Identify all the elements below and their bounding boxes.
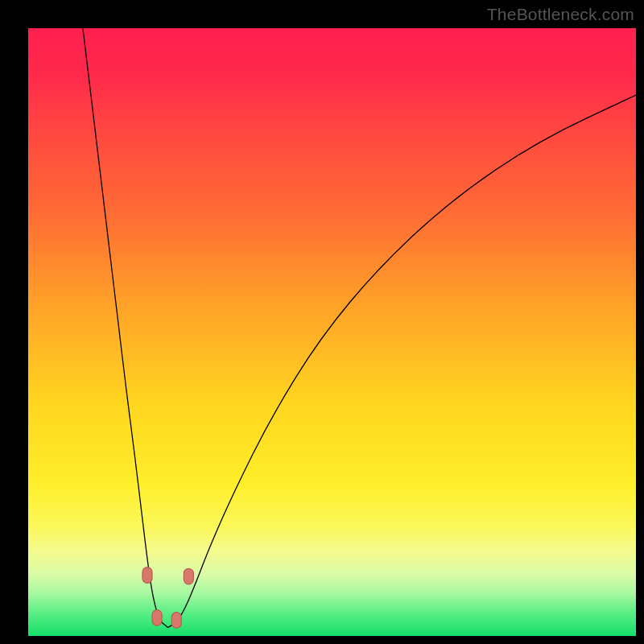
curve-marker: [142, 568, 152, 584]
curve-marker: [152, 610, 162, 626]
curve-marker: [184, 568, 193, 584]
watermark-label: TheBottleneck.com: [487, 5, 634, 24]
curve-marker: [171, 613, 181, 629]
chart-frame: TheBottleneck.com: [0, 0, 644, 644]
plot-area: [28, 28, 636, 636]
bottleneck-curve: [28, 28, 636, 636]
